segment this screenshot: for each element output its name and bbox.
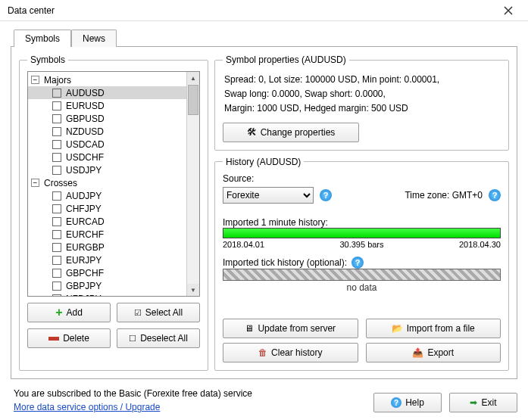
no-data-label: no data bbox=[223, 282, 501, 293]
delete-button[interactable]: Delete bbox=[27, 328, 111, 348]
update-from-server-button[interactable]: 🖥 Update from server bbox=[223, 319, 358, 338]
exit-icon: ➡ bbox=[470, 397, 477, 408]
tree-item-chfjpy[interactable]: CHFJPY bbox=[28, 202, 186, 215]
upgrade-link[interactable]: More data service options / Upgrade bbox=[14, 402, 160, 412]
import-from-file-button[interactable]: 📂 Import from a file bbox=[366, 319, 501, 338]
checkbox-icon[interactable] bbox=[52, 89, 61, 98]
plus-icon: + bbox=[55, 310, 62, 316]
tab-symbols[interactable]: Symbols bbox=[14, 30, 71, 47]
trash-icon: 🗑 bbox=[258, 347, 267, 358]
help-icon: ? bbox=[391, 397, 401, 408]
timezone-label: Time zone: GMT+0 bbox=[405, 190, 483, 201]
checkbox-icon[interactable] bbox=[52, 217, 61, 226]
checkbox-icon[interactable] bbox=[52, 153, 61, 162]
source-label: Source: bbox=[223, 173, 501, 184]
collapse-icon[interactable]: − bbox=[31, 76, 39, 84]
imported-minute-label: Imported 1 minute history: bbox=[223, 217, 501, 228]
uncheck-icon: ☐ bbox=[129, 334, 136, 344]
export-button[interactable]: 📤 Export bbox=[366, 343, 501, 362]
properties-group-label: Symbol properties (AUDUSD) bbox=[223, 54, 349, 65]
tree-item-audjpy[interactable]: AUDJPY bbox=[28, 189, 186, 202]
tab-news[interactable]: News bbox=[71, 30, 117, 47]
close-button[interactable] bbox=[493, 2, 523, 20]
imported-tick-label: Imported tick history (optional): bbox=[223, 257, 347, 268]
deselect-all-button[interactable]: ☐ Deselect All bbox=[117, 328, 200, 348]
tree-item-audusd[interactable]: AUDUSD bbox=[28, 86, 186, 99]
checkbox-icon[interactable] bbox=[52, 191, 61, 201]
bar-start-date: 2018.04.01 bbox=[223, 240, 264, 249]
checkbox-icon[interactable] bbox=[52, 114, 61, 123]
symbols-group-label: Symbols bbox=[27, 54, 68, 65]
checkbox-icon[interactable] bbox=[52, 269, 61, 278]
checkbox-icon[interactable] bbox=[52, 166, 61, 175]
checkbox-icon[interactable] bbox=[52, 294, 61, 297]
add-button[interactable]: + Add bbox=[27, 303, 111, 322]
bar-count: 30.395 bars bbox=[339, 240, 383, 249]
tree-item-eurchf[interactable]: EURCHF bbox=[28, 228, 186, 241]
scroll-down-icon[interactable]: ▼ bbox=[187, 284, 199, 296]
checkbox-icon[interactable] bbox=[52, 127, 61, 136]
checkbox-icon[interactable] bbox=[52, 282, 61, 291]
tree-item-gbpchf[interactable]: GBPCHF bbox=[28, 266, 186, 279]
history-group-label: History (AUDUSD) bbox=[223, 157, 304, 167]
checkbox-icon[interactable] bbox=[52, 243, 61, 252]
select-all-button[interactable]: ☑ Select All bbox=[117, 303, 200, 322]
tree-item-eurgbp[interactable]: EURGBP bbox=[28, 241, 186, 254]
tree-item-gbpjpy[interactable]: GBPJPY bbox=[28, 279, 186, 292]
window-title: Data center bbox=[8, 5, 55, 16]
tree-item-nzdusd[interactable]: NZDUSD bbox=[28, 125, 186, 138]
scroll-thumb[interactable] bbox=[188, 85, 198, 115]
prop-line: Margin: 1000 USD, Hedged margin: 500 USD bbox=[224, 101, 499, 116]
exit-button[interactable]: ➡ Exit bbox=[449, 393, 517, 412]
server-icon: 🖥 bbox=[245, 323, 254, 334]
tools-icon: 🛠 bbox=[247, 126, 257, 138]
help-icon[interactable]: ? bbox=[320, 189, 332, 201]
prop-line: Swap long: 0.0000, Swap short: 0.0000, bbox=[224, 87, 499, 101]
help-icon[interactable]: ? bbox=[351, 257, 364, 269]
symbols-tree[interactable]: − Majors AUDUSD EURUSD GBPUSD NZDUSD USD… bbox=[27, 71, 200, 297]
tree-item-eurcad[interactable]: EURCAD bbox=[28, 215, 186, 228]
clear-history-button[interactable]: 🗑 Clear history bbox=[223, 343, 358, 362]
collapse-icon[interactable]: − bbox=[31, 179, 39, 187]
tree-item-usdcad[interactable]: USDCAD bbox=[28, 138, 186, 151]
checkbox-icon[interactable] bbox=[52, 230, 61, 239]
checkbox-icon[interactable] bbox=[52, 256, 61, 265]
minute-history-bar bbox=[223, 228, 501, 238]
check-icon: ☑ bbox=[134, 308, 142, 318]
bar-end-date: 2018.04.30 bbox=[459, 240, 501, 249]
tree-item-nzdjpy[interactable]: NZDJPY bbox=[28, 292, 186, 296]
help-icon[interactable]: ? bbox=[489, 189, 501, 201]
change-properties-button[interactable]: 🛠 Change properties bbox=[223, 123, 359, 142]
export-icon: 📤 bbox=[412, 347, 423, 358]
minus-icon bbox=[48, 337, 59, 341]
prop-line: Spread: 0, Lot size: 100000 USD, Min poi… bbox=[224, 73, 499, 87]
checkbox-icon[interactable] bbox=[52, 204, 61, 213]
tree-category-crosses[interactable]: − Crosses bbox=[28, 176, 186, 189]
tick-history-bar bbox=[223, 269, 501, 281]
close-icon bbox=[505, 7, 512, 14]
checkbox-icon[interactable] bbox=[52, 140, 61, 149]
checkbox-icon[interactable] bbox=[52, 101, 61, 110]
scroll-up-icon[interactable]: ▲ bbox=[187, 72, 199, 84]
help-button[interactable]: ? Help bbox=[373, 393, 442, 412]
tree-item-eurjpy[interactable]: EURJPY bbox=[28, 254, 186, 266]
tree-item-eurusd[interactable]: EURUSD bbox=[28, 99, 186, 112]
source-select[interactable]: Forexite bbox=[223, 187, 314, 204]
tree-item-usdchf[interactable]: USDCHF bbox=[28, 151, 186, 163]
tree-scrollbar[interactable]: ▲ ▼ bbox=[186, 72, 199, 296]
tree-category-majors[interactable]: − Majors bbox=[28, 73, 186, 86]
tree-item-usdjpy[interactable]: USDJPY bbox=[28, 163, 186, 176]
tree-item-gbpusd[interactable]: GBPUSD bbox=[28, 112, 186, 125]
folder-open-icon: 📂 bbox=[392, 323, 403, 334]
